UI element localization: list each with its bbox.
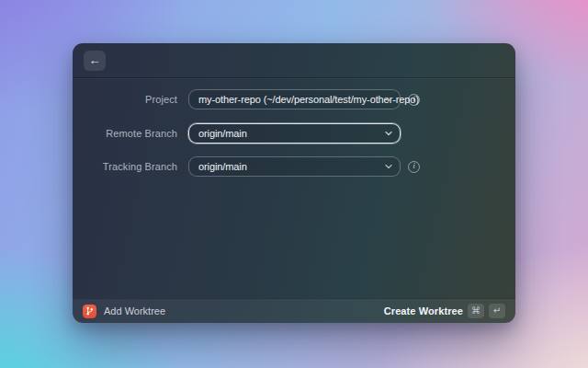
dialog-title: Add Worktree: [104, 305, 165, 316]
chevron-down-icon: [385, 132, 392, 136]
remote-branch-row: Remote Branch origin/main: [73, 123, 515, 144]
tracking-branch-info-icon[interactable]: i: [408, 161, 420, 173]
create-worktree-label: Create Worktree: [384, 305, 463, 316]
tracking-branch-select-value: origin/main: [198, 161, 247, 172]
remote-branch-label: Remote Branch: [73, 128, 177, 139]
create-worktree-button[interactable]: Create Worktree ⌘ ↵: [384, 304, 505, 318]
back-icon: ←: [89, 54, 101, 66]
tracking-branch-label: Tracking Branch: [73, 161, 177, 172]
git-branch-icon: [85, 306, 94, 316]
chevron-down-icon: [385, 98, 392, 102]
tracking-branch-select[interactable]: origin/main: [188, 156, 401, 177]
dialog-header: ←: [73, 43, 515, 78]
dialog-footer: Add Worktree Create Worktree ⌘ ↵: [73, 298, 515, 323]
command-key-icon: ⌘: [468, 304, 484, 318]
remote-branch-select[interactable]: origin/main: [188, 123, 401, 144]
project-select[interactable]: my-other-repo (~/dev/personal/test/my-ot…: [188, 89, 401, 109]
return-key-icon: ↵: [489, 304, 505, 318]
tracking-branch-row: Tracking Branch origin/main i: [73, 156, 515, 177]
remote-branch-select-value: origin/main: [198, 128, 247, 139]
back-button[interactable]: ←: [84, 51, 106, 71]
chevron-down-icon: [385, 165, 392, 169]
project-label: Project: [73, 94, 177, 105]
git-worktree-app-icon: [83, 305, 96, 318]
add-worktree-dialog: ← Project my-other-repo (~/dev/personal/…: [73, 43, 515, 323]
info-glyph: i: [413, 163, 414, 170]
project-row: Project my-other-repo (~/dev/personal/te…: [73, 89, 515, 109]
